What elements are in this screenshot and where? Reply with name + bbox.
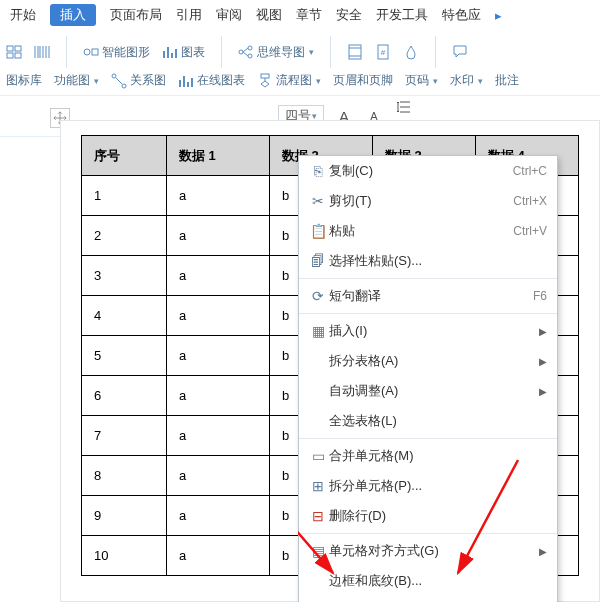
table-cell[interactable]: a (166, 456, 269, 496)
tab-special[interactable]: 特色应 (442, 6, 481, 24)
smart-graphics-button[interactable]: 智能图形 (83, 44, 150, 61)
tab-home[interactable]: 开始 (10, 6, 36, 24)
online-chart-label: 在线图表 (197, 72, 245, 89)
context-menu: ⎘ 复制(C) Ctrl+C ✂ 剪切(T) Ctrl+X 📋 粘贴 Ctrl+… (298, 155, 558, 602)
comment-label[interactable]: 批注 (495, 72, 519, 89)
svg-point-7 (248, 46, 252, 50)
icon-library-label[interactable]: 图标库 (6, 72, 42, 89)
relation-chart-button[interactable]: 关系图 (111, 72, 166, 89)
table-cell[interactable]: 5 (82, 336, 167, 376)
menu-split-table-label: 拆分表格(A) (329, 352, 533, 370)
tab-view[interactable]: 视图 (256, 6, 282, 24)
mindmap-label: 思维导图 (257, 44, 305, 61)
table-cell[interactable]: 10 (82, 536, 167, 576)
menu-merge-cells[interactable]: ▭ 合并单元格(M) (299, 441, 557, 471)
func-chart-button[interactable]: 功能图▾ (54, 72, 99, 89)
menu-insert-label: 插入(I) (329, 322, 533, 340)
online-chart-button[interactable]: 在线图表 (178, 72, 245, 89)
table-cell[interactable]: a (166, 216, 269, 256)
menu-paste-special[interactable]: 🗐 选择性粘贴(S)... (299, 246, 557, 276)
submenu-arrow-icon: ▶ (533, 546, 547, 557)
mindmap-button[interactable]: 思维导图▾ (238, 44, 314, 61)
paste-special-icon: 🗐 (307, 253, 329, 269)
menu-select-all[interactable]: 全选表格(L) (299, 406, 557, 436)
table-cell[interactable]: a (166, 536, 269, 576)
header-footer-label[interactable]: 页眉和页脚 (333, 72, 393, 89)
flowchart-label: 流程图 (276, 72, 312, 89)
table-cell[interactable]: 7 (82, 416, 167, 456)
relation-label: 关系图 (130, 72, 166, 89)
comment-icon (452, 44, 468, 60)
menu-translate-shortcut: F6 (533, 289, 547, 303)
cell-align-icon: ▤ (307, 543, 329, 559)
menu-translate[interactable]: ⟳ 短句翻译 F6 (299, 281, 557, 311)
comment-button[interactable] (452, 44, 468, 60)
online-chart-icon (178, 73, 194, 89)
table-cell[interactable]: 8 (82, 456, 167, 496)
line-spacing-icon (396, 99, 412, 115)
menu-cell-align-label: 单元格对齐方式(G) (329, 542, 533, 560)
tab-devtools[interactable]: 开发工具 (376, 6, 428, 24)
table-cell[interactable]: 2 (82, 216, 167, 256)
svg-point-14 (112, 74, 116, 78)
col-data1[interactable]: 数据 1 (166, 136, 269, 176)
tab-references[interactable]: 引用 (176, 6, 202, 24)
svg-rect-9 (349, 45, 361, 59)
menu-borders[interactable]: 边框和底纹(B)... (299, 566, 557, 596)
menu-text-direction[interactable]: íì 文字方向(X)... (299, 596, 557, 602)
menu-autofit[interactable]: 自动调整(A) ▶ (299, 376, 557, 406)
tab-security[interactable]: 安全 (336, 6, 362, 24)
menu-select-all-label: 全选表格(L) (329, 412, 547, 430)
table-cell[interactable]: a (166, 416, 269, 456)
menu-split-cells[interactable]: ⊞ 拆分单元格(P)... (299, 471, 557, 501)
chart-button[interactable]: 图表 (162, 44, 205, 61)
tab-insert[interactable]: 插入 (50, 4, 96, 26)
submenu-arrow-icon: ▶ (533, 326, 547, 337)
table-cell[interactable]: 1 (82, 176, 167, 216)
flowchart-button[interactable]: 流程图▾ (257, 72, 321, 89)
menu-insert[interactable]: ▦ 插入(I) ▶ (299, 316, 557, 346)
chart-icon (162, 44, 178, 60)
table-cell[interactable]: 6 (82, 376, 167, 416)
table-cell[interactable]: 9 (82, 496, 167, 536)
mindmap-icon (238, 44, 254, 60)
table-cell[interactable]: a (166, 496, 269, 536)
menu-split-cell-label: 拆分单元格(P)... (329, 477, 547, 495)
watermark-label[interactable]: 水印▾ (450, 72, 483, 89)
merge-icon: ▭ (307, 448, 329, 464)
menu-translate-label: 短句翻译 (329, 287, 533, 305)
tab-review[interactable]: 审阅 (216, 6, 242, 24)
icon-library-icon (6, 44, 22, 60)
page-number-button[interactable]: # (375, 44, 391, 60)
header-footer-button[interactable] (347, 44, 363, 60)
icon-library-button[interactable] (6, 44, 22, 60)
barcode-button[interactable] (34, 44, 50, 60)
page-number-label[interactable]: 页码▾ (405, 72, 438, 89)
svg-text:#: # (381, 48, 386, 57)
tab-layout[interactable]: 页面布局 (110, 6, 162, 24)
table-cell[interactable]: a (166, 296, 269, 336)
table-cell[interactable]: a (166, 256, 269, 296)
table-cell[interactable]: a (166, 376, 269, 416)
menu-cell-align[interactable]: ▤ 单元格对齐方式(G) ▶ (299, 536, 557, 566)
col-seq[interactable]: 序号 (82, 136, 167, 176)
chart-label: 图表 (181, 44, 205, 61)
menu-split-table[interactable]: 拆分表格(A) ▶ (299, 346, 557, 376)
menu-cut[interactable]: ✂ 剪切(T) Ctrl+X (299, 186, 557, 216)
svg-rect-2 (7, 53, 13, 58)
table-cell[interactable]: a (166, 336, 269, 376)
menu-copy[interactable]: ⎘ 复制(C) Ctrl+C (299, 156, 557, 186)
menu-paste-shortcut: Ctrl+V (513, 224, 547, 238)
table-cell[interactable]: a (166, 176, 269, 216)
copy-icon: ⎘ (307, 163, 329, 179)
table-cell[interactable]: 3 (82, 256, 167, 296)
menu-copy-shortcut: Ctrl+C (513, 164, 547, 178)
menu-paste[interactable]: 📋 粘贴 Ctrl+V (299, 216, 557, 246)
delete-row-icon: ⊟ (307, 508, 329, 524)
table-cell[interactable]: 4 (82, 296, 167, 336)
tab-more-icon[interactable]: ▸ (495, 8, 502, 23)
menu-copy-label: 复制(C) (329, 162, 513, 180)
tab-chapter[interactable]: 章节 (296, 6, 322, 24)
watermark-button[interactable] (403, 44, 419, 60)
menu-delete-row[interactable]: ⊟ 删除行(D) (299, 501, 557, 531)
